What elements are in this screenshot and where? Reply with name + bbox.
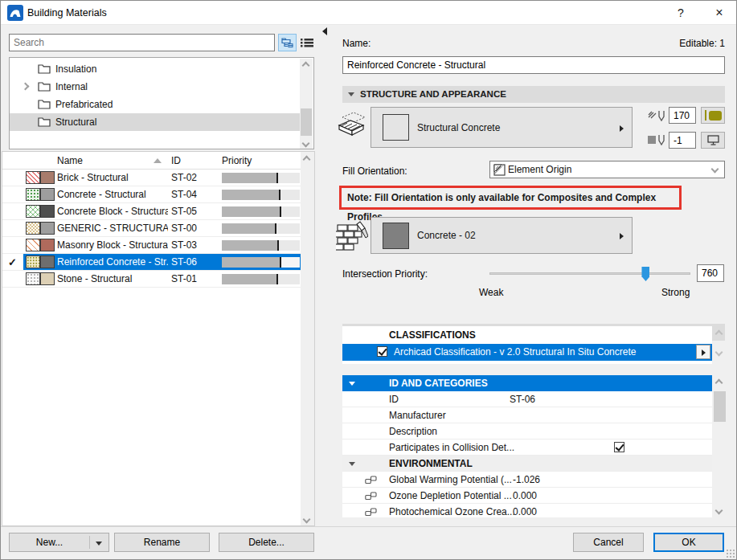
priority-slider[interactable] <box>489 272 690 275</box>
tree-item-label: Insulation <box>55 60 96 78</box>
property-value: 0.000 <box>513 504 537 517</box>
section-structure-appearance[interactable]: STRUCTURE AND APPEARANCE <box>342 86 725 103</box>
split-divider <box>89 536 90 549</box>
property-row[interactable]: Photochemical Ozone Crea... 0.000 <box>342 504 712 517</box>
property-value: -1.026 <box>513 472 540 488</box>
background-pen-input[interactable] <box>669 132 696 149</box>
tree-item-internal[interactable]: Internal <box>10 78 301 96</box>
classification-item[interactable]: Archicad Classification - v 2.0 Structur… <box>342 344 712 361</box>
property-row[interactable]: Global Warming Potential (... -1.026 <box>342 472 712 488</box>
property-row-collision[interactable]: Participates in Collision Det... <box>342 439 712 456</box>
property-row[interactable]: Ozone Depletion Potential ... 0.000 <box>342 488 712 504</box>
table-row[interactable]: Stone - Structural ST-01 <box>2 271 314 288</box>
fill-orientation-note: Note: Fill Orientation is only available… <box>339 186 682 210</box>
scroll-up-icon[interactable] <box>302 62 310 70</box>
scrollbar-thumb[interactable] <box>714 391 726 422</box>
collapse-triangle-icon <box>349 462 355 466</box>
column-header-priority[interactable]: Priority <box>222 155 252 166</box>
table-row[interactable]: Brick - Structural ST-02 <box>2 170 314 186</box>
cancel-button[interactable]: Cancel <box>573 533 644 552</box>
scroll-down-icon[interactable] <box>303 516 311 524</box>
classifications-box: CLASSIFICATIONS Archicad Classification … <box>342 326 712 364</box>
scroll-down-icon[interactable] <box>715 507 723 515</box>
material-name: Concrete - Structural <box>57 189 168 200</box>
property-label: Participates in Collision Det... <box>389 439 514 456</box>
cut-fill-preview-swatch <box>383 114 409 141</box>
folder-icon <box>38 63 51 74</box>
collapse-panel-icon[interactable] <box>322 27 327 35</box>
checkmark-icon: ✓ <box>8 256 17 268</box>
column-header-id[interactable]: ID <box>171 155 181 166</box>
tree-item-label: Internal <box>55 78 88 96</box>
surface-swatch <box>40 205 55 218</box>
table-row[interactable]: Masonry Block - Structural ST-03 <box>2 237 314 254</box>
dropdown-arrow-icon[interactable] <box>96 542 102 546</box>
scroll-down-icon[interactable] <box>302 140 310 148</box>
table-row[interactable]: Concrete Block - Structural ST-05 <box>2 203 314 220</box>
delete-button[interactable]: Delete... <box>219 533 314 552</box>
material-name-input[interactable] <box>342 56 725 74</box>
fill-pen-color-button[interactable] <box>701 107 725 124</box>
priority-value-input[interactable] <box>697 264 724 282</box>
property-row[interactable]: Manufacturer <box>342 407 712 423</box>
surface-swatch <box>40 255 55 268</box>
slider-thumb[interactable] <box>641 267 649 281</box>
help-button[interactable]: ? <box>668 1 694 25</box>
cut-fill-swatch <box>26 272 40 285</box>
flyout-arrow-icon <box>702 349 706 356</box>
property-row[interactable]: Description <box>342 423 712 439</box>
new-button[interactable]: New... <box>9 533 109 552</box>
column-header-name[interactable]: Name <box>57 155 168 166</box>
scroll-up-icon[interactable] <box>303 156 311 164</box>
table-row-selected[interactable]: ✓ Reinforced Concrete - Str... ST-06 <box>2 254 314 271</box>
close-button[interactable]: × <box>706 1 732 25</box>
property-row[interactable]: ID ST-06 <box>342 391 712 407</box>
new-button-label: New... <box>10 533 89 551</box>
classification-flyout-button[interactable] <box>696 345 710 359</box>
surface-swatch <box>40 272 55 285</box>
material-name: Concrete Block - Structural <box>57 206 168 217</box>
table-scrollbar[interactable] <box>301 152 314 525</box>
property-label: Photochemical Ozone Crea... <box>389 504 515 517</box>
section-id-and-categories[interactable]: ID AND CATEGORIES <box>342 375 712 391</box>
link-icon <box>365 492 377 501</box>
section-environmental[interactable]: ENVIRONMENTAL <box>342 456 712 472</box>
surface-swatch <box>40 188 55 201</box>
ok-button[interactable]: OK <box>653 533 724 552</box>
property-value: ST-06 <box>510 391 535 407</box>
intersection-priority-label: Intersection Priority: <box>342 268 428 280</box>
classification-checkbox[interactable] <box>377 346 387 357</box>
scroll-up-icon[interactable] <box>715 379 723 387</box>
fill-pen-input[interactable] <box>669 107 696 124</box>
folder-icon <box>38 81 51 92</box>
material-id: ST-04 <box>171 189 197 200</box>
tree-item-structural[interactable]: Structural <box>10 113 301 131</box>
search-input[interactable] <box>9 34 275 51</box>
surface-button[interactable]: Concrete - 02 <box>371 217 633 254</box>
strong-label: Strong <box>661 287 690 298</box>
cut-fill-button[interactable]: Structural Concrete <box>371 107 633 148</box>
table-row[interactable]: GENERIC - STRUCTURAL ST-00 <box>2 220 314 237</box>
tree-view-toggle-button[interactable] <box>278 34 297 51</box>
cut-fill-swatch <box>26 239 40 251</box>
tree-item-insulation[interactable]: Insulation <box>10 60 301 78</box>
collision-checkbox[interactable] <box>614 442 624 452</box>
expander-icon[interactable] <box>22 83 30 91</box>
fill-pen-icon <box>648 110 667 123</box>
class-scroll-down-icon[interactable] <box>715 349 723 357</box>
resize-grip[interactable] <box>726 549 735 558</box>
rename-button[interactable]: Rename <box>114 533 210 552</box>
window-title: Building Materials <box>27 7 107 18</box>
fill-orientation-dropdown[interactable]: Element Origin <box>489 161 725 178</box>
cut-fill-swatch <box>26 205 40 218</box>
table-row[interactable]: Concrete - Structural ST-04 <box>2 186 314 203</box>
screen-only-button[interactable] <box>701 132 725 149</box>
tree-item-prefabricated[interactable]: Prefabricated <box>10 96 301 113</box>
flyout-arrow-icon <box>620 125 624 132</box>
chevron-down-icon <box>711 166 719 174</box>
cut-fill-swatch <box>26 171 40 184</box>
list-view-toggle-button[interactable] <box>297 34 316 51</box>
scrollbar-thumb[interactable] <box>301 108 312 136</box>
properties-scrollbar[interactable] <box>713 375 727 517</box>
tree-scrollbar[interactable] <box>300 59 313 149</box>
